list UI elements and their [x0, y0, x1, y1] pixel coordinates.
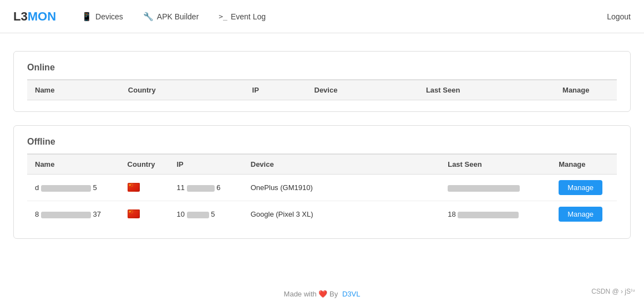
row1-manage: Manage [551, 175, 617, 201]
online-title: Online [27, 63, 617, 73]
row2-flag [128, 209, 140, 218]
row1-lastseen-blurred [448, 185, 520, 192]
logout-button[interactable]: Logout [607, 12, 631, 21]
offline-col-lastseen: Last Seen [440, 155, 551, 175]
table-row: d 5 11 6 OnePlus (GM1910) [27, 175, 617, 201]
online-col-country: Country [120, 80, 245, 100]
online-section: Online Name Country IP Device Last Seen … [13, 51, 631, 112]
row2-name-blurred [41, 212, 91, 218]
row2-ip: 10 5 [169, 201, 242, 228]
row1-name-blurred [41, 185, 91, 192]
footer-author-link[interactable]: D3VL [342, 290, 361, 298]
nav-devices[interactable]: 📱 Devices [74, 7, 131, 26]
row2-lastseen-blurred [458, 212, 519, 218]
footer-text-before: Made with [284, 290, 317, 298]
heart-icon: ❤️ [318, 290, 329, 298]
online-table-header: Name Country IP Device Last Seen Manage [27, 80, 617, 100]
offline-section: Offline Name Country IP Device Last Seen… [13, 125, 631, 239]
row1-ip-blurred [187, 185, 215, 192]
offline-table-header: Name Country IP Device Last Seen Manage [27, 155, 617, 175]
offline-table-body: d 5 11 6 OnePlus (GM1910) [27, 175, 617, 228]
row1-country [120, 175, 169, 201]
online-col-manage: Manage [555, 80, 617, 100]
nav-devices-label: Devices [95, 12, 123, 21]
bottom-note: CSDN @ › jS⁽ᵘ [591, 288, 635, 295]
online-table: Name Country IP Device Last Seen Manage [27, 80, 617, 100]
table-row: 8 37 10 5 Google (Pixel 3 XL) 18 [27, 201, 617, 228]
row1-ip: 11 6 [169, 175, 242, 201]
main-content: Online Name Country IP Device Last Seen … [0, 33, 644, 270]
row1-flag [128, 183, 140, 192]
navbar: L3MON 📱 Devices 🔧 APK Builder >_ Event L… [0, 0, 644, 33]
brand-logo[interactable]: L3MON [13, 9, 56, 24]
row2-country [120, 201, 169, 228]
row2-lastseen: 18 [440, 201, 551, 228]
online-col-name: Name [27, 80, 120, 100]
row2-manage: Manage [551, 201, 617, 228]
eventlog-icon: >_ [219, 12, 227, 21]
row2-ip-blurred [187, 212, 209, 218]
offline-col-country: Country [120, 155, 169, 175]
row2-device: Google (Pixel 3 XL) [243, 201, 440, 228]
online-col-device: Device [307, 80, 418, 100]
nav-eventlog[interactable]: >_ Event Log [211, 8, 273, 25]
nav-links: 📱 Devices 🔧 APK Builder >_ Event Log [74, 7, 607, 26]
devices-icon: 📱 [82, 12, 92, 22]
offline-col-manage: Manage [551, 155, 617, 175]
row1-device: OnePlus (GM1910) [243, 175, 440, 201]
offline-col-device: Device [243, 155, 440, 175]
nav-eventlog-label: Event Log [231, 12, 266, 21]
row2-manage-button[interactable]: Manage [559, 207, 602, 222]
footer-text-middle: By [329, 290, 338, 298]
row1-lastseen [440, 175, 551, 201]
row1-name: d 5 [27, 175, 120, 201]
apkbuilder-icon: 🔧 [143, 12, 154, 22]
brand-suffix: MON [28, 9, 56, 23]
nav-apkbuilder-label: APK Builder [157, 12, 199, 21]
row2-name: 8 37 [27, 201, 120, 228]
footer: Made with ❤️ By D3VL [0, 279, 644, 302]
online-col-ip: IP [245, 80, 307, 100]
offline-col-ip: IP [169, 155, 242, 175]
offline-table: Name Country IP Device Last Seen Manage … [27, 154, 617, 227]
offline-col-name: Name [27, 155, 120, 175]
online-col-lastseen: Last Seen [418, 80, 555, 100]
row1-manage-button[interactable]: Manage [559, 180, 602, 195]
nav-apkbuilder[interactable]: 🔧 APK Builder [135, 7, 206, 26]
offline-title: Offline [27, 137, 617, 147]
